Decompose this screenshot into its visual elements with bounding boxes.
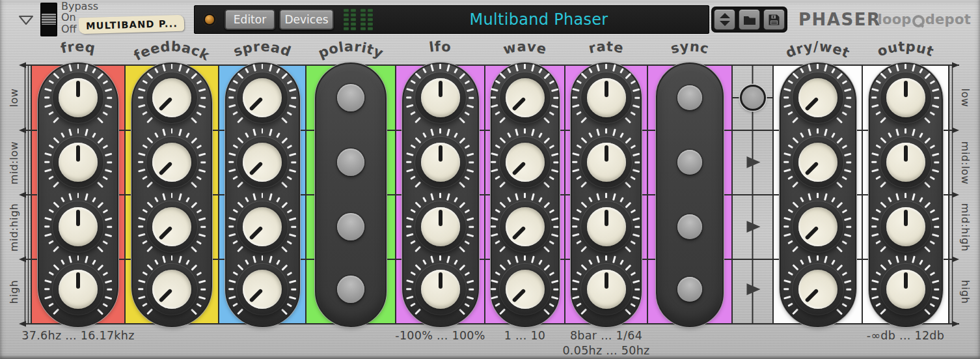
knob-pointer — [76, 210, 80, 226]
knob-tick — [500, 72, 506, 79]
wave-knob-high[interactable] — [487, 251, 563, 327]
knob-cap[interactable] — [587, 143, 626, 182]
sync-button-mid-high[interactable] — [677, 214, 702, 239]
knob-tick — [142, 240, 147, 244]
drywet-knob-high[interactable] — [780, 251, 856, 327]
knob-tick — [572, 233, 579, 237]
knob-tick — [932, 169, 939, 172]
knob-tick — [633, 88, 640, 91]
knob-tick — [465, 209, 470, 213]
knob-tick — [465, 176, 470, 180]
knob-tick — [905, 64, 906, 69]
knob-tick — [837, 264, 843, 270]
knob-cap[interactable] — [886, 143, 925, 182]
knob-cap[interactable] — [886, 207, 925, 246]
knob-pointer — [904, 145, 908, 162]
polarity-button-mid-low[interactable] — [337, 149, 364, 176]
knob-tick — [842, 303, 847, 307]
knob-tick — [783, 233, 791, 237]
knob-tick — [454, 197, 457, 202]
knob-tick — [572, 280, 579, 283]
knob-cap[interactable] — [886, 78, 925, 117]
knob-tick — [291, 289, 296, 291]
knob-tick — [577, 145, 582, 149]
knob-cap[interactable] — [421, 78, 460, 117]
knob-tick — [605, 64, 607, 69]
knob-tick — [549, 145, 554, 149]
knob-cap[interactable] — [59, 270, 98, 309]
polarity-button-mid-high[interactable] — [337, 213, 364, 240]
knob-tick — [633, 233, 640, 237]
knob-tick — [107, 289, 112, 291]
knob-tick — [286, 176, 292, 180]
lfo-knob-high[interactable] — [403, 251, 478, 327]
polarity-button-low[interactable] — [337, 84, 364, 111]
knob-tick — [237, 264, 243, 270]
knob-tick — [411, 303, 416, 307]
knob-tick — [596, 128, 599, 136]
knob-tick — [500, 201, 506, 208]
knob-tick — [289, 296, 296, 299]
knob-tick — [138, 152, 145, 156]
sync-button-high[interactable] — [677, 277, 702, 302]
knob-tick — [61, 259, 64, 265]
knob-tick — [459, 201, 466, 208]
knob-tick — [142, 303, 147, 307]
knob-tick — [422, 259, 426, 265]
output-knob-high[interactable] — [868, 251, 944, 327]
rate-knob-high[interactable] — [569, 251, 644, 327]
knob-tick — [554, 226, 559, 228]
knob-tick — [515, 255, 518, 263]
knob-cap[interactable] — [421, 270, 460, 309]
knob-tick — [469, 289, 474, 291]
knob-tick — [459, 72, 466, 79]
feedback-knob-high[interactable] — [134, 251, 210, 327]
knob-cap[interactable] — [421, 143, 460, 182]
knob-pointer — [605, 81, 608, 97]
knob-tick — [48, 303, 53, 307]
knob-tick — [446, 64, 450, 71]
knob-cap[interactable] — [59, 143, 98, 182]
knob-cap[interactable] — [421, 207, 460, 246]
knob-tick — [573, 162, 578, 164]
knob-tick — [77, 255, 79, 261]
knob-tick — [178, 64, 182, 71]
knob-tick — [925, 72, 931, 79]
knob-tick — [191, 137, 197, 143]
knob-tick — [847, 162, 852, 164]
knob-tick — [407, 162, 412, 164]
spread-knob-high[interactable] — [225, 251, 300, 327]
knob-cap[interactable] — [587, 207, 626, 246]
knob-cap[interactable] — [886, 270, 925, 309]
knob-tick — [102, 272, 107, 276]
sync-button-low[interactable] — [677, 85, 702, 110]
knob-tick — [880, 117, 887, 123]
knob-pointer — [904, 81, 908, 97]
knob-tick — [932, 104, 939, 108]
knob-tick — [411, 272, 416, 276]
knob-tick — [252, 64, 256, 71]
knob-tick — [808, 193, 811, 200]
polarity-button-high[interactable] — [337, 276, 364, 303]
knob-cap[interactable] — [587, 78, 626, 117]
knob-tick — [633, 296, 640, 299]
knob-cap[interactable] — [59, 207, 98, 246]
knob-tick — [544, 308, 551, 315]
knob-tick — [612, 64, 616, 71]
knob-cap[interactable] — [587, 270, 626, 309]
knob-tick — [196, 176, 201, 180]
freq-knob-high[interactable] — [40, 251, 116, 327]
knob-tick — [44, 226, 49, 228]
knob-tick — [842, 240, 847, 244]
knob-tick — [439, 193, 441, 198]
sync-button-mid-low[interactable] — [677, 150, 702, 175]
knob-tick — [142, 145, 147, 149]
link-knob-low[interactable] — [740, 85, 766, 111]
knob-tick — [430, 255, 433, 263]
knob-tick — [465, 303, 470, 307]
knob-tick — [495, 80, 500, 84]
knob-tick — [633, 104, 640, 108]
knob-tick — [92, 132, 96, 137]
knob-tick — [415, 264, 422, 270]
knob-cap[interactable] — [59, 78, 98, 117]
